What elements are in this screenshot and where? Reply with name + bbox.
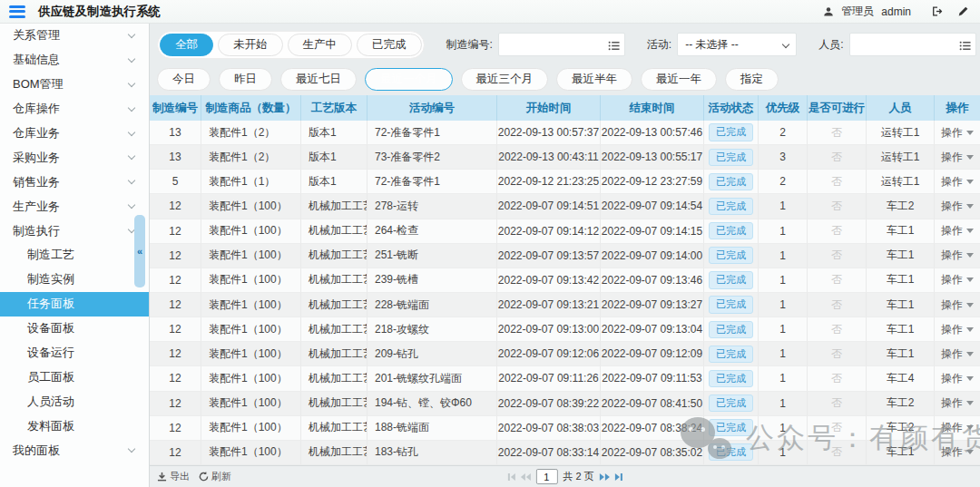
sidebar-item-设备运行[interactable]: 设备运行 [0, 341, 149, 365]
row-action-button[interactable]: 操作 [941, 223, 974, 239]
cell: 车工2 [867, 392, 935, 416]
sidebar-item-label: 制造执行 [13, 223, 60, 239]
column-header-结束时间[interactable]: 结束时间 [601, 95, 704, 121]
row-action-button[interactable]: 操作 [941, 272, 974, 287]
row-action-button[interactable]: 操作 [941, 420, 974, 435]
refresh-button[interactable]: 刷新 [199, 470, 231, 483]
sidebar-item-生产业务[interactable]: 生产业务 [0, 194, 149, 219]
sidebar-item-label: 制造工艺 [27, 247, 74, 263]
list-picker-icon[interactable] [959, 39, 971, 55]
first-page-button[interactable] [507, 473, 514, 481]
sidebar-item-制造实例[interactable]: 制造实例 [0, 268, 149, 292]
sidebar-item-仓库操作[interactable]: 仓库操作 [0, 97, 149, 122]
cell: 车工4 [867, 366, 935, 391]
date-tab-最近一个月[interactable]: 最近一个月 [365, 68, 453, 91]
manufacture-no-field: 制造编号: [446, 33, 625, 56]
sidebar-collapse-handle[interactable]: « [134, 215, 145, 287]
cell-action: 操作 [935, 121, 980, 145]
sidebar-item-BOM管理[interactable]: BOM管理 [0, 73, 149, 97]
status-badge: 已完成 [709, 222, 753, 239]
status-tab-全部[interactable]: 全部 [160, 34, 213, 56]
chevron-down-icon [128, 103, 135, 111]
column-header-活动编号[interactable]: 活动编号 [368, 95, 497, 121]
activity-select[interactable]: -- 未选择 -- [677, 33, 797, 56]
cell: 装配件1（100） [201, 244, 301, 268]
page-number-input[interactable] [535, 469, 557, 484]
caret-down-icon [966, 204, 974, 209]
date-tab-最近一年[interactable]: 最近一年 [641, 68, 717, 91]
cell: 2022-09-07 09:13:00 [497, 317, 601, 342]
sidebar-item-销售业务[interactable]: 销售业务 [0, 170, 149, 194]
row-action-button[interactable]: 操作 [941, 199, 974, 214]
row-action-button[interactable]: 操作 [941, 371, 974, 386]
column-header-工艺版本[interactable]: 工艺版本 [301, 95, 368, 121]
row-action-button[interactable]: 操作 [941, 297, 974, 313]
date-tab-最近三个月[interactable]: 最近三个月 [461, 68, 549, 91]
caret-down-icon [966, 180, 974, 184]
column-header-人员[interactable]: 人员 [867, 95, 935, 121]
sidebar-item-关系管理[interactable]: 关系管理 [0, 24, 149, 48]
column-header-操作[interactable]: 操作 [935, 95, 980, 121]
column-header-制造商品（数量）[interactable]: 制造商品（数量） [201, 95, 301, 121]
sidebar-item-采购业务[interactable]: 采购业务 [0, 145, 149, 170]
sidebar-item-任务面板[interactable]: 任务面板 [0, 292, 149, 317]
row-action-button[interactable]: 操作 [941, 395, 974, 411]
manufacture-no-input[interactable] [499, 34, 624, 55]
table-row: 12装配件1（100）机械加工工艺卡183-钻孔2022-09-07 08:33… [150, 441, 980, 465]
activity-label: 活动: [647, 37, 671, 53]
edit-pen-icon[interactable] [957, 5, 969, 17]
status-tab-生产中[interactable]: 生产中 [288, 34, 353, 56]
sidebar-item-制造工艺[interactable]: 制造工艺 [0, 243, 149, 268]
column-header-是否可进行[interactable]: 是否可进行 [808, 95, 867, 121]
column-header-活动状态[interactable]: 活动状态 [704, 95, 759, 121]
date-tab-最近半年[interactable]: 最近半年 [556, 68, 632, 91]
sidebar-item-我的面板[interactable]: 我的面板 [0, 438, 149, 463]
sidebar-item-仓库业务[interactable]: 仓库业务 [0, 122, 149, 146]
cell: 1 [759, 268, 808, 293]
row-action-button[interactable]: 操作 [941, 346, 974, 362]
caret-down-icon [966, 352, 974, 356]
caret-down-icon [966, 131, 974, 135]
row-action-button[interactable]: 操作 [941, 125, 974, 141]
date-tab-昨日[interactable]: 昨日 [219, 68, 272, 91]
row-action-button[interactable]: 操作 [941, 174, 974, 190]
person-input[interactable] [850, 34, 975, 55]
column-header-制造编号[interactable]: 制造编号 [150, 95, 201, 121]
cell: 2022-09-07 09:12:09 [601, 342, 704, 366]
date-tab-指定[interactable]: 指定 [725, 68, 779, 91]
row-action-button[interactable]: 操作 [941, 322, 974, 337]
row-action-button[interactable]: 操作 [941, 444, 974, 460]
list-picker-icon[interactable] [608, 39, 620, 55]
column-header-开始时间[interactable]: 开始时间 [497, 95, 601, 121]
date-tab-最近七日[interactable]: 最近七日 [280, 68, 357, 91]
sidebar-item-基础信息[interactable]: 基础信息 [0, 48, 149, 73]
logout-icon[interactable] [931, 5, 943, 17]
cell: 2 [759, 170, 808, 194]
caret-down-icon [966, 450, 974, 454]
next-page-button[interactable] [600, 473, 610, 481]
sidebar-item-员工面板[interactable]: 员工面板 [0, 365, 149, 389]
cell: 机械加工工艺卡 [301, 317, 368, 342]
status-tab-未开始[interactable]: 未开始 [218, 34, 283, 56]
prev-page-button[interactable] [520, 473, 530, 481]
date-tab-今日[interactable]: 今日 [157, 68, 211, 91]
sidebar-item-制造执行[interactable]: 制造执行 [0, 219, 149, 243]
status-tab-已完成[interactable]: 已完成 [357, 34, 422, 56]
hamburger-menu-icon[interactable] [9, 5, 25, 18]
sidebar-item-发料面板[interactable]: 发料面板 [0, 414, 149, 438]
sidebar-item-设备面板[interactable]: 设备面板 [0, 317, 149, 341]
cell: 1 [759, 219, 808, 244]
row-action-button[interactable]: 操作 [941, 150, 974, 165]
cell: 218-攻螺纹 [368, 317, 497, 342]
cell: 13 [150, 121, 201, 145]
sidebar-item-label: 生产业务 [13, 199, 60, 215]
export-button[interactable]: 导出 [157, 470, 190, 483]
cell: 1 [759, 416, 808, 441]
row-action-label: 操作 [941, 150, 963, 165]
cell: 2022-09-07 08:38:24 [601, 416, 704, 441]
row-action-button[interactable]: 操作 [941, 248, 974, 263]
last-page-button[interactable] [615, 473, 622, 481]
column-header-优先级[interactable]: 优先级 [759, 95, 808, 121]
row-action-label: 操作 [941, 322, 963, 337]
sidebar-item-人员活动[interactable]: 人员活动 [0, 389, 149, 414]
